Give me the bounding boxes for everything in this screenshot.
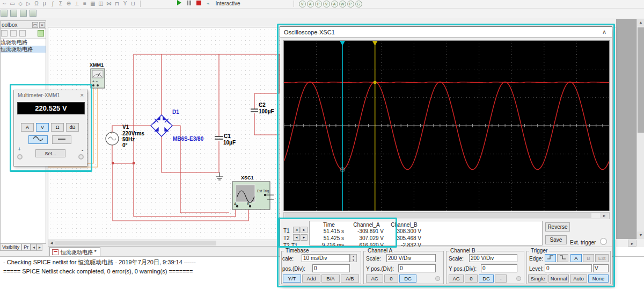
- cursor-t1-flag[interactable]: [340, 41, 345, 46]
- cha-ypos-input[interactable]: 0: [398, 264, 436, 272]
- trigger-normal-button[interactable]: Normal: [548, 274, 569, 283]
- trigger-auto-button[interactable]: Auto: [570, 274, 587, 283]
- yt-button[interactable]: Y/T: [283, 274, 301, 283]
- trigger-none-button[interactable]: None: [588, 274, 609, 283]
- timebase-spinner[interactable]: ▲▼: [350, 254, 357, 262]
- t1-right-icon[interactable]: ►: [301, 227, 308, 233]
- trigger-b-button[interactable]: B: [583, 254, 594, 262]
- refresh-icon[interactable]: [38, 30, 44, 37]
- save-schematic-icon[interactable]: [19, 30, 26, 37]
- tree-item-circuit-2[interactable]: 恒流驱动电路: [1, 46, 46, 53]
- dc-mode-button[interactable]: [52, 135, 71, 144]
- toolbar-icon[interactable]: ⋈: [105, 0, 113, 8]
- chb-zero-button[interactable]: 0: [465, 274, 478, 283]
- trigger-a-button[interactable]: A: [570, 254, 582, 262]
- probe-icon[interactable]: P: [315, 1, 322, 8]
- timebase-xpos-input[interactable]: 0: [312, 264, 350, 272]
- postprocessor-icon[interactable]: [20, 10, 27, 17]
- simulation-profile-combo[interactable]: Interactive: [214, 1, 260, 8]
- oscilloscope-graticule[interactable]: [283, 40, 610, 211]
- stop-button[interactable]: [195, 0, 202, 8]
- component-d1-bridge[interactable]: [151, 115, 172, 136]
- set-button[interactable]: Set...: [35, 149, 65, 157]
- cha-zero-button[interactable]: 0: [384, 274, 398, 283]
- component-c2[interactable]: [251, 109, 258, 112]
- cursor-t2-flag[interactable]: [372, 41, 378, 46]
- cha-dc-button[interactable]: DC: [399, 274, 416, 283]
- graph-icon[interactable]: [1, 10, 8, 17]
- ground-symbol[interactable]: [216, 172, 223, 180]
- trigger-level-input[interactable]: 0: [545, 264, 592, 272]
- chb-ac-button[interactable]: AC: [449, 274, 464, 283]
- ac-mode-button[interactable]: [28, 135, 48, 144]
- db-button[interactable]: dB: [66, 123, 79, 132]
- probe-icon[interactable]: A: [307, 1, 314, 8]
- toolbar-icon[interactable]: ▦: [89, 0, 97, 8]
- cha-probe-dot[interactable]: [435, 276, 440, 281]
- probe-icon[interactable]: V: [323, 1, 330, 8]
- tab-properties[interactable]: Pr: [21, 244, 31, 251]
- vscroll-thumb[interactable]: [638, 27, 644, 133]
- probe-icon[interactable]: P: [347, 1, 354, 8]
- ab-button[interactable]: A/B: [341, 274, 359, 283]
- component-v1[interactable]: +: [106, 131, 119, 145]
- report-icon[interactable]: [30, 10, 36, 17]
- timebase-scale-input[interactable]: 10 ms/Div: [302, 254, 350, 262]
- ext-trigger-terminal[interactable]: [600, 238, 607, 245]
- probe-icon[interactable]: A: [331, 1, 338, 8]
- chb-scale-input[interactable]: 200 V/Div: [469, 254, 517, 262]
- edge-falling-button[interactable]: [557, 254, 568, 262]
- toolbar-icon[interactable]: ◇: [17, 0, 24, 8]
- trigger-unit-select[interactable]: V: [593, 264, 609, 272]
- toolbar-icon[interactable]: μ: [41, 0, 48, 8]
- toolbar-icon[interactable]: ∼: [1, 0, 8, 8]
- save-button[interactable]: Save: [545, 235, 567, 244]
- t1-left-icon[interactable]: ◄: [293, 227, 300, 233]
- oscilloscope-titlebar[interactable]: Oscilloscope-XSC1 ∧: [280, 27, 612, 38]
- tab-scroll-left-icon[interactable]: ◄: [31, 244, 36, 251]
- pause-button[interactable]: [185, 0, 193, 8]
- new-schematic-icon[interactable]: [1, 30, 8, 37]
- toolbar-icon[interactable]: ◫: [97, 0, 105, 8]
- probe-icon[interactable]: G: [355, 1, 362, 8]
- toolbar-icon[interactable]: Ω: [33, 0, 40, 8]
- chb-probe-dot[interactable]: [516, 276, 521, 281]
- chb-dc-button[interactable]: DC: [479, 274, 494, 283]
- hscroll-right-icon[interactable]: ►: [628, 240, 636, 247]
- scope-hscrollbar[interactable]: ►: [283, 212, 610, 219]
- toolbar-icon[interactable]: ▭: [9, 0, 16, 8]
- reverse-button[interactable]: Reverse: [545, 222, 570, 232]
- trigger-ext-button[interactable]: Ext: [595, 254, 609, 262]
- ammeter-button[interactable]: A: [21, 123, 34, 132]
- collapse-icon[interactable]: ∧: [602, 28, 606, 35]
- instrument-xmm1[interactable]: + −: [91, 69, 105, 88]
- probe-icon[interactable]: W: [339, 1, 346, 8]
- edge-rising-button[interactable]: [545, 254, 556, 262]
- ohmmeter-button[interactable]: Ω: [51, 123, 64, 132]
- toolbar-icon[interactable]: Σ: [57, 0, 64, 8]
- close-icon[interactable]: ×: [80, 92, 84, 98]
- scope-hscroll-right-icon[interactable]: ►: [600, 213, 609, 218]
- run-button[interactable]: [175, 0, 183, 8]
- tab-visibility[interactable]: Visibility: [0, 244, 21, 251]
- tab-scroll-right-icon[interactable]: ►: [36, 244, 42, 251]
- document-tab[interactable]: 恒流驱动电路 *: [49, 247, 100, 257]
- probe-icon[interactable]: V: [299, 1, 306, 8]
- add-button[interactable]: Add: [302, 274, 320, 283]
- toolbox-close-icon[interactable]: ×: [39, 22, 45, 28]
- instrument-xsc1[interactable]: [232, 182, 274, 209]
- canvas-vscrollbar[interactable]: ▲ ▼: [636, 19, 644, 239]
- trigger-single-button[interactable]: Single: [528, 274, 547, 283]
- negative-terminal[interactable]: [78, 154, 84, 160]
- cha-ac-button[interactable]: AC: [366, 274, 383, 283]
- toolbar-icon[interactable]: ▷: [25, 0, 32, 8]
- vscroll-down-icon[interactable]: ▼: [637, 232, 644, 239]
- canvas-hscroll-thumb[interactable]: [55, 241, 216, 245]
- t2-left-icon[interactable]: ◄: [293, 234, 300, 241]
- voltmeter-button[interactable]: V: [36, 123, 49, 132]
- open-schematic-icon[interactable]: [10, 30, 17, 37]
- positive-terminal[interactable]: [17, 154, 23, 160]
- toolbox-pin-icon[interactable]: ▭: [32, 22, 38, 28]
- toolbar-icon[interactable]: ⊕: [65, 0, 72, 8]
- toolbar-icon[interactable]: ⊥: [73, 0, 80, 8]
